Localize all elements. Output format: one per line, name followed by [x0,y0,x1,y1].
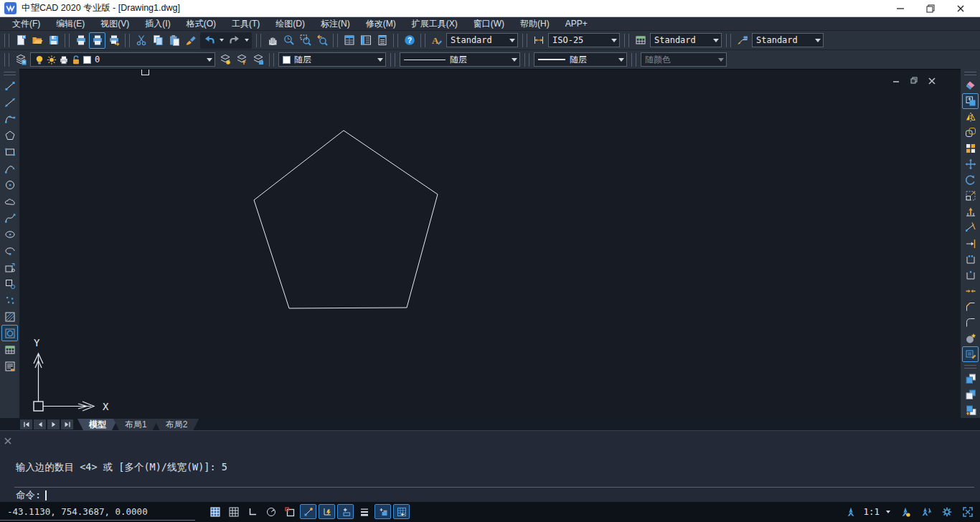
fillet-button[interactable] [962,315,979,331]
line-button[interactable] [1,77,18,94]
zoom-realtime-button[interactable] [281,32,297,49]
toolbar-grip[interactable] [964,72,976,75]
insert-block-button[interactable] [1,259,18,275]
mleader-style-combo[interactable]: Standard [752,33,824,47]
hatch-button[interactable] [1,308,18,325]
print-button[interactable] [72,32,89,49]
break-at-point-button[interactable] [962,252,979,267]
command-line-panel[interactable]: 输入边的数目 <4> 或 [多个(M)/线宽(W)]: 5 指定正多边形的中心点… [0,430,980,502]
osnap-toggle[interactable] [300,504,316,519]
save-button[interactable] [45,32,62,49]
chevron-down-icon[interactable] [509,39,515,42]
copy-object-button[interactable] [962,93,979,109]
stretch-button[interactable] [962,204,979,219]
arc-button[interactable] [1,160,18,176]
spline-button[interactable] [1,209,18,226]
undo-button[interactable] [201,32,217,49]
tab-model[interactable]: 模型 [77,419,118,430]
settings-gear-icon[interactable] [938,504,955,519]
toolbar-grip[interactable] [4,34,9,47]
close-button[interactable] [946,1,976,16]
annotation-visibility-toggle[interactable] [897,504,913,519]
annotation-scale-dropdown-icon[interactable] [886,511,890,513]
toolbar-grip[interactable] [4,72,16,75]
linetype-combo[interactable]: 随层 [400,52,520,67]
text-style-icon[interactable]: A [428,32,445,49]
layer-lock-icon[interactable] [71,54,82,65]
menu-modify[interactable]: 修改(M) [358,17,404,30]
toolbar-grip[interactable] [4,53,9,67]
menu-help[interactable]: 帮助(H) [512,17,557,30]
rotate-button[interactable] [962,172,979,188]
help-button[interactable]: ? [401,32,418,49]
menu-draw[interactable]: 绘图(D) [268,17,313,30]
chevron-down-icon[interactable] [377,58,383,62]
format-painter-button[interactable] [182,32,199,49]
chevron-down-icon[interactable] [207,58,212,62]
polar-toggle[interactable] [263,504,279,519]
polyline-button[interactable] [1,110,18,127]
text-style-combo[interactable]: Standard [446,33,518,47]
pentagon-shape[interactable] [254,130,438,308]
first-tab-button[interactable] [20,419,32,430]
ortho-toggle[interactable] [244,504,260,519]
zoom-window-button[interactable] [297,32,314,49]
copy-clip-button[interactable] [149,32,166,49]
prev-tab-button[interactable] [34,419,46,430]
drawing-canvas[interactable]: Y X [19,69,961,418]
command-close-icon[interactable] [4,436,12,447]
lineweight-combo[interactable]: 随层 [534,52,627,67]
pan-button[interactable] [264,32,281,49]
color-combo[interactable]: 随层 [278,52,386,67]
quick-properties-toggle[interactable] [374,504,391,519]
table-style-icon[interactable] [632,32,649,49]
polygon-button[interactable] [1,127,18,143]
chevron-down-icon[interactable] [815,39,821,42]
menu-edit[interactable]: 编辑(E) [48,17,93,30]
layer-freeze-icon[interactable] [47,54,57,65]
annotation-scale-value[interactable]: 1:1 [863,506,880,517]
chevron-down-icon[interactable] [713,39,719,42]
chevron-down-icon[interactable] [611,39,617,42]
rectangle-button[interactable] [1,143,18,160]
doc-restore-button[interactable] [910,75,918,87]
snap-toggle[interactable] [207,504,223,519]
menu-view[interactable]: 视图(V) [93,17,137,30]
move-button[interactable] [962,156,979,172]
restore-button[interactable] [915,1,946,16]
redo-dropdown-icon[interactable] [245,39,249,42]
layer-on-bulb-icon[interactable] [34,54,45,65]
point-button[interactable] [1,292,18,308]
ellipse-arc-button[interactable] [1,242,18,259]
block-editor-button[interactable] [962,346,979,362]
menu-format[interactable]: 格式(O) [179,17,224,30]
layer-plot-icon[interactable] [59,54,70,65]
trim-button[interactable] [962,219,979,235]
paste-button[interactable] [166,32,182,49]
mleader-style-icon[interactable] [734,32,750,49]
send-to-back-button[interactable] [962,386,979,402]
open-file-button[interactable] [29,32,45,49]
menu-insert[interactable]: 插入(I) [137,17,178,30]
annotation-scale-icon[interactable] [842,504,859,519]
minimize-button[interactable] [885,1,915,16]
array-button[interactable] [962,141,979,156]
layer-manager-button[interactable] [12,52,29,68]
revision-cloud-button[interactable] [1,193,18,209]
new-file-button[interactable] [12,32,29,49]
region-button[interactable] [1,325,18,341]
dim-style-icon[interactable] [530,32,547,49]
table-style-combo[interactable]: Standard [650,33,722,47]
mirror-button[interactable] [962,109,979,125]
dim-style-combo[interactable]: ISO-25 [548,33,620,47]
mtext-button[interactable] [1,358,18,374]
offset-button[interactable] [962,125,979,141]
lineweight-toggle[interactable] [356,504,372,519]
bring-to-front-button[interactable] [962,371,979,386]
menu-dimension[interactable]: 标注(N) [313,17,358,30]
dyn-toggle[interactable] [337,504,354,519]
table-button[interactable] [1,341,18,358]
plot-button[interactable] [105,32,122,49]
grid-toggle[interactable] [225,504,242,519]
make-block-button[interactable] [1,275,18,292]
